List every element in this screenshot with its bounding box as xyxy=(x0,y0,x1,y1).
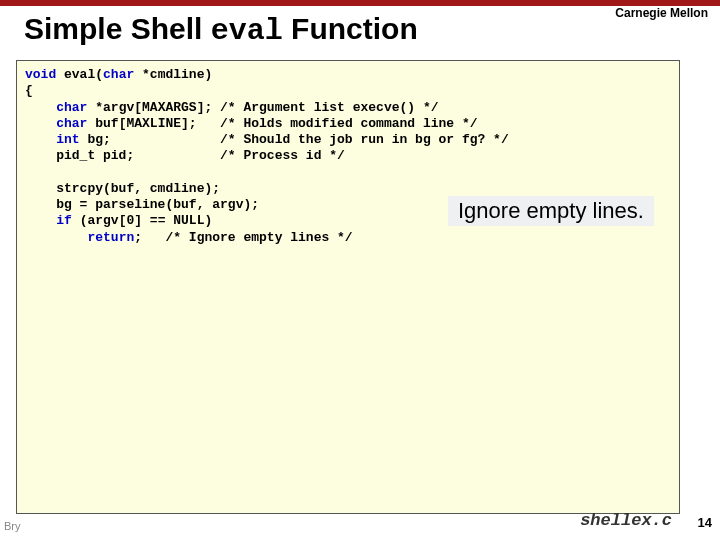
header: Carnegie Mellon Simple Shell eval Functi… xyxy=(0,6,720,54)
footer-left-text: Bry xyxy=(4,520,21,532)
slide-title: Simple Shell eval Function xyxy=(24,12,418,48)
code-text: eval( xyxy=(56,67,103,82)
code-text: pid_t pid; /* Process id */ xyxy=(25,148,345,163)
annotation-ignore-empty: Ignore empty lines. xyxy=(448,196,654,226)
kw-if: if xyxy=(56,213,72,228)
code-text xyxy=(25,132,56,147)
code-text: bg = parseline(buf, argv); xyxy=(25,197,259,212)
code-text: ; /* Ignore empty lines */ xyxy=(134,230,352,245)
kw-char: char xyxy=(103,67,134,82)
code-text: buf[MAXLINE]; /* Holds modified command … xyxy=(87,116,477,131)
code-text: *cmdline) xyxy=(134,67,212,82)
code-text xyxy=(25,100,56,115)
code-text: { xyxy=(25,83,33,98)
source-filename: shellex.c xyxy=(580,511,672,530)
kw-int: int xyxy=(56,132,79,147)
kw-char: char xyxy=(56,100,87,115)
code-text xyxy=(25,230,87,245)
kw-void: void xyxy=(25,67,56,82)
code-block: void eval(char *cmdline) { char *argv[MA… xyxy=(16,60,680,514)
code-text: *argv[MAXARGS]; /* Argument list execve(… xyxy=(87,100,438,115)
kw-return: return xyxy=(87,230,134,245)
university-label: Carnegie Mellon xyxy=(615,6,708,20)
title-text-pre: Simple Shell xyxy=(24,12,211,45)
code-text xyxy=(25,213,56,228)
title-text-post: Function xyxy=(283,12,418,45)
code-text xyxy=(25,116,56,131)
title-code: eval xyxy=(211,14,283,48)
code-text: (argv[0] == NULL) xyxy=(72,213,212,228)
code-text: bg; /* Should the job run in bg or fg? *… xyxy=(80,132,509,147)
code-text: strcpy(buf, cmdline); xyxy=(25,181,220,196)
page-number: 14 xyxy=(698,515,712,530)
kw-char: char xyxy=(56,116,87,131)
